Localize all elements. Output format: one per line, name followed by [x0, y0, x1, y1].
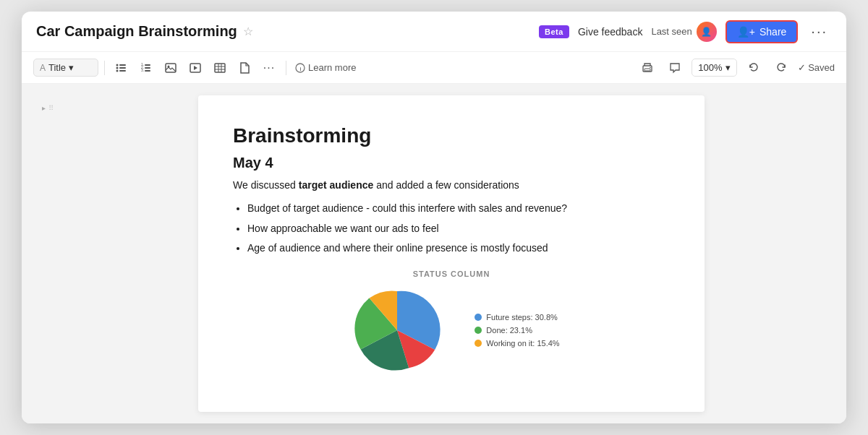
saved-status: ✓ Saved	[798, 62, 835, 73]
page-title: Car Campaign Brainstorming	[36, 23, 237, 40]
zoom-select[interactable]: 100% ▾	[692, 59, 736, 77]
more-blocks-button[interactable]: ···	[258, 57, 280, 79]
svg-point-25	[650, 66, 651, 68]
image-button[interactable]	[160, 57, 182, 79]
list-item: Budget of target audience - could this i…	[247, 200, 670, 216]
list-item: Age of audience and where their online p…	[247, 240, 670, 256]
svg-rect-7	[145, 64, 150, 66]
doc-area: Brainstorming May 4 We discussed target …	[56, 84, 846, 423]
bullet-list-button[interactable]	[111, 57, 132, 79]
doc-bold-text: target audience	[299, 179, 373, 191]
undo-icon	[748, 62, 760, 74]
block-handle-icons: ▸ ⠿	[42, 104, 54, 112]
last-seen: Last seen 👤	[651, 22, 716, 42]
title-right: Beta Give feedback Last seen 👤 👤+ Share …	[539, 20, 832, 43]
text-style-label: Title	[48, 62, 66, 73]
chart-title: STATUS COLUMN	[413, 270, 490, 278]
text-type-icon: A	[40, 63, 46, 73]
doc-page: Brainstorming May 4 We discussed target …	[198, 95, 705, 412]
table-button[interactable]	[209, 57, 231, 79]
svg-rect-5	[119, 70, 126, 72]
chart-section: STATUS COLUMN	[233, 270, 670, 374]
title-left: Car Campaign Brainstorming ☆	[36, 23, 253, 40]
svg-text:i: i	[300, 66, 302, 71]
legend-dot-done	[475, 327, 482, 334]
avatar-initials: 👤	[701, 27, 712, 37]
sidebar-handle: ▸ ⠿	[22, 84, 56, 423]
svg-marker-15	[194, 66, 197, 70]
toolbar: A Title ▾ 1.2.3. ··· i Learn more	[22, 52, 846, 84]
legend-item-working: Working on it: 15.4%	[475, 339, 559, 348]
zoom-chevron: ▾	[726, 62, 731, 73]
svg-rect-12	[166, 64, 176, 72]
legend-label-done: Done: 23.1%	[486, 326, 532, 335]
svg-rect-24	[644, 69, 650, 71]
redo-icon	[775, 62, 787, 74]
redo-button[interactable]	[770, 57, 792, 79]
more-blocks-icon: ···	[263, 61, 275, 74]
table-icon	[214, 62, 226, 74]
collapse-icon[interactable]: ▸	[42, 104, 46, 112]
share-button[interactable]: 👤+ Share	[726, 20, 799, 43]
learn-more-button[interactable]: i Learn more	[295, 62, 356, 73]
text-style-chevron: ▾	[69, 62, 74, 73]
file-icon	[239, 62, 250, 74]
svg-rect-1	[119, 64, 126, 66]
last-seen-label: Last seen	[651, 26, 692, 37]
legend-dot-working	[475, 340, 482, 347]
legend-item-future: Future steps: 30.8%	[475, 313, 559, 322]
legend-label-future: Future steps: 30.8%	[486, 313, 557, 322]
avatar: 👤	[697, 22, 717, 42]
more-options-button[interactable]: ···	[807, 20, 832, 43]
numbered-list-icon: 1.2.3.	[140, 62, 152, 74]
svg-rect-3	[119, 67, 126, 69]
list-item: How approachable we want our ads to feel	[247, 220, 670, 236]
share-label: Share	[760, 26, 786, 38]
learn-more-label: Learn more	[308, 62, 356, 73]
toolbar-divider-1	[104, 61, 105, 75]
chart-legend: Future steps: 30.8% Done: 23.1% Working …	[475, 313, 559, 348]
title-bar: Car Campaign Brainstorming ☆ Beta Give f…	[22, 12, 846, 52]
print-icon	[642, 62, 653, 74]
toolbar-divider-2	[286, 61, 286, 75]
svg-point-2	[116, 66, 119, 69]
legend-item-done: Done: 23.1%	[475, 326, 559, 335]
give-feedback-button[interactable]: Give feedback	[578, 26, 643, 38]
beta-badge: Beta	[539, 25, 569, 38]
zoom-value: 100%	[698, 62, 722, 73]
file-button[interactable]	[234, 57, 255, 79]
svg-text:3.: 3.	[141, 68, 144, 72]
app-window: Car Campaign Brainstorming ☆ Beta Give f…	[22, 12, 846, 423]
media-button[interactable]	[184, 57, 206, 79]
svg-rect-9	[145, 67, 150, 69]
text-style-select[interactable]: A Title ▾	[33, 59, 98, 77]
svg-rect-11	[145, 70, 150, 72]
pie-chart	[343, 287, 451, 374]
svg-point-4	[116, 69, 119, 72]
main-content: ▸ ⠿ Brainstorming May 4 We discussed tar…	[22, 84, 846, 423]
legend-label-working: Working on it: 15.4%	[486, 339, 559, 348]
media-icon	[190, 62, 201, 74]
image-icon	[165, 62, 176, 74]
doc-subheading: May 4	[233, 155, 670, 171]
numbered-list-button[interactable]: 1.2.3.	[135, 57, 157, 79]
saved-label: ✓ Saved	[798, 62, 835, 73]
svg-point-0	[116, 64, 119, 66]
legend-dot-future	[475, 314, 482, 321]
star-icon[interactable]: ☆	[243, 25, 253, 38]
bullet-list-icon	[116, 62, 127, 74]
undo-button[interactable]	[743, 57, 765, 79]
share-person-icon: 👤+	[737, 26, 755, 38]
doc-list: Budget of target audience - could this i…	[247, 200, 670, 256]
chart-row: Future steps: 30.8% Done: 23.1% Working …	[343, 287, 559, 374]
print-button[interactable]	[637, 57, 658, 79]
comment-icon	[669, 62, 681, 74]
info-icon: i	[295, 63, 305, 73]
drag-handle-icon[interactable]: ⠿	[48, 104, 54, 112]
svg-rect-16	[215, 64, 225, 72]
doc-paragraph: We discussed target audience and added a…	[233, 177, 670, 193]
toolbar-right: 100% ▾ ✓ Saved	[637, 57, 835, 79]
doc-heading: Brainstorming	[233, 124, 670, 147]
comment-button[interactable]	[664, 57, 686, 79]
